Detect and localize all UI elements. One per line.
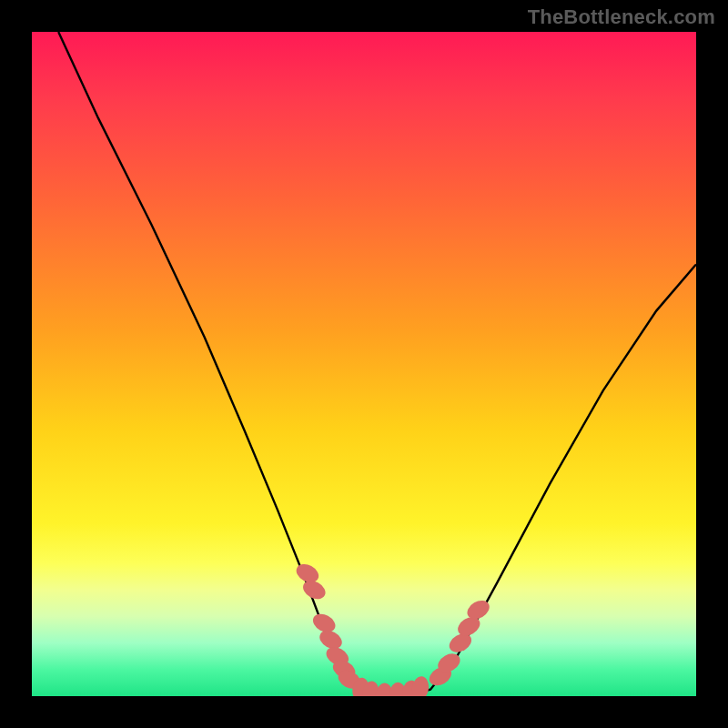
bottleneck-curve bbox=[58, 32, 696, 696]
plot-area bbox=[32, 32, 696, 696]
watermark-text: TheBottleneck.com bbox=[528, 5, 715, 29]
chart-svg bbox=[32, 32, 696, 696]
chart-frame: TheBottleneck.com bbox=[0, 0, 728, 728]
dot-group bbox=[293, 561, 492, 696]
curve-group bbox=[58, 32, 696, 696]
data-dot bbox=[410, 675, 430, 696]
